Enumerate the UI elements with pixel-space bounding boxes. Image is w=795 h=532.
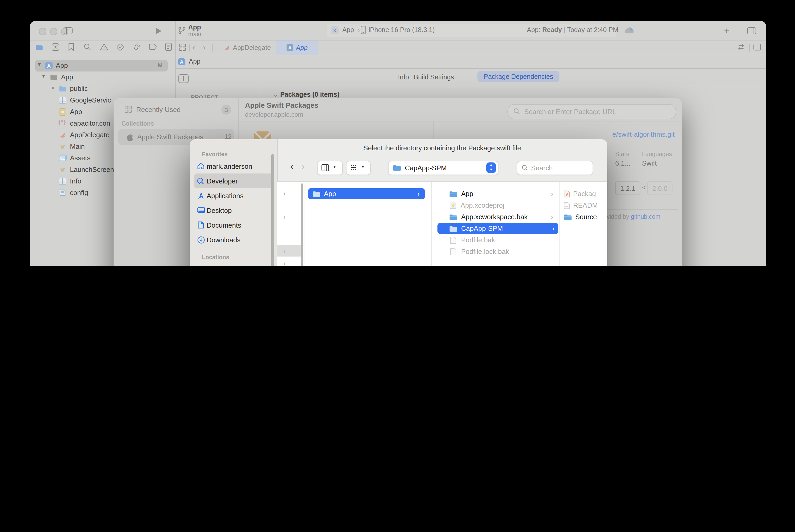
tab-overview-icon[interactable] — [179, 44, 186, 51]
column-browser: › › › › › › › App › App › ⚡ — [277, 182, 607, 266]
group-button[interactable]: ▾ — [346, 161, 371, 175]
destination-device[interactable]: iPhone 16 Pro (18.3.1) — [368, 26, 435, 34]
report-navigator-icon[interactable] — [165, 43, 172, 51]
column3-row-sources[interactable]: Source — [562, 211, 607, 222]
column3-row-readme[interactable]: READM — [562, 200, 607, 211]
tab-appdelegate[interactable]: AppDelegate — [217, 40, 277, 55]
swap-editor-icon[interactable] — [737, 44, 745, 51]
source-control-navigator-icon[interactable] — [52, 43, 59, 51]
group-list-icon — [350, 164, 358, 171]
document-icon — [195, 221, 207, 229]
stepper-icon: ▴▾ — [486, 163, 496, 173]
disclosure-icon[interactable]: ▾ — [38, 61, 41, 68]
desktop: App main x App › iPhone 16 Pro (18.3.1) … — [0, 0, 795, 266]
storyboard-icon — [59, 166, 66, 173]
sidebar-scrollbar[interactable] — [271, 154, 274, 266]
parent-selected-row[interactable] — [277, 245, 303, 256]
version-max-field[interactable]: 2.0.0 — [647, 182, 673, 195]
folder-icon — [449, 213, 457, 221]
tab-package-dependencies[interactable]: Package Dependencies — [477, 71, 560, 82]
scheme-branch[interactable]: main — [188, 31, 201, 37]
forward-button[interactable]: › — [301, 161, 305, 172]
file-icon — [59, 189, 66, 196]
breadcrumb[interactable]: App — [189, 58, 201, 65]
folder-icon — [449, 225, 457, 232]
column2-row-podfile-lock-bak[interactable]: Podfile.lock.bak — [435, 246, 560, 257]
folder-dropdown[interactable]: CapApp-SPM ▴▾ — [388, 161, 498, 175]
view-mode-button[interactable]: ▾ — [317, 161, 343, 175]
cloud-icon — [625, 27, 635, 34]
packages-header[interactable]: ⌄ Packages (0 items) — [273, 90, 339, 98]
search-icon — [522, 165, 528, 171]
sidebar-item-applications[interactable]: Applications — [195, 189, 273, 202]
inspector-toggle-icon[interactable] — [747, 27, 756, 34]
recently-used-row[interactable]: Recently Used 3 — [114, 102, 238, 117]
folder-icon — [564, 213, 572, 221]
back-button[interactable]: ‹ — [290, 161, 294, 172]
column2-row-app[interactable]: App › — [435, 188, 560, 199]
tree-row[interactable]: ▸ public — [30, 83, 175, 95]
column2-row-podfile-bak[interactable]: Podfile.bak — [435, 234, 560, 246]
modified-badge: M — [158, 62, 163, 68]
package-search-field[interactable]: Search or Enter Package URL — [507, 104, 676, 119]
column-scrollbar[interactable] — [301, 184, 303, 266]
library-add-icon[interactable]: + — [724, 26, 729, 36]
tab-app-active[interactable]: A App — [276, 40, 318, 55]
column2-row-xcodeproj[interactable]: ⚡ App.xcodeproj — [435, 200, 560, 211]
plist-icon — [59, 97, 66, 103]
bookmark-navigator-icon[interactable] — [68, 43, 74, 51]
forward-icon[interactable]: › — [203, 43, 206, 52]
json-icon: {“} — [58, 119, 66, 125]
file-icon — [450, 236, 456, 244]
minimize-button[interactable] — [50, 28, 57, 35]
minimap-options-icon[interactable] — [178, 74, 189, 83]
assets-icon — [59, 155, 67, 162]
github-link[interactable]: github.com — [631, 213, 660, 220]
destination-app[interactable]: App › — [342, 26, 360, 34]
add-editor-icon[interactable] — [754, 44, 761, 51]
package-url-link[interactable]: e/swift-algorithms.git — [612, 130, 675, 138]
find-navigator-icon[interactable] — [83, 43, 92, 51]
sidebar-item-documents[interactable]: Documents — [195, 219, 273, 231]
sidebar-item-downloads[interactable]: Downloads — [195, 233, 273, 246]
desktop-icon — [195, 207, 207, 214]
version-min-field[interactable]: 1.2.1 — [615, 182, 640, 195]
close-button[interactable] — [39, 28, 46, 35]
editor-header-row: Info Build Settings Package Dependencies — [175, 69, 766, 86]
issue-navigator-icon[interactable] — [100, 43, 108, 51]
sidebar-item-desktop[interactable]: Desktop — [195, 204, 273, 216]
breadcrumb-app-icon: A — [178, 58, 185, 65]
grid-icon — [125, 106, 132, 113]
column-view-icon — [321, 164, 329, 171]
column1-row-app[interactable]: App › — [308, 188, 425, 199]
sidebar-toggle-icon[interactable] — [64, 27, 73, 34]
locations-label: Locations — [202, 254, 229, 260]
column3-row-package[interactable]: Packag — [562, 188, 607, 199]
run-button[interactable] — [156, 28, 162, 34]
scheme-name[interactable]: App — [188, 24, 201, 31]
chevron-right-icon: › — [283, 260, 285, 266]
file-icon — [564, 202, 570, 209]
breakpoint-navigator-icon[interactable] — [149, 44, 157, 50]
file-icon — [450, 248, 456, 255]
project-icon: A — [45, 62, 53, 70]
dialog-subtitle: developer.apple.com — [245, 111, 303, 118]
tab-info[interactable]: Info — [398, 74, 409, 81]
folder-icon — [449, 190, 457, 197]
debug-navigator-icon[interactable] — [133, 43, 141, 51]
column2-row-capapp-spm[interactable]: CapApp-SPM › — [437, 223, 559, 234]
test-navigator-icon[interactable] — [116, 43, 124, 51]
sidebar-item-home[interactable]: mark.anderson — [195, 160, 273, 172]
languages-value: Swift — [642, 159, 657, 167]
description-fragment: equence and — [638, 263, 678, 266]
sidebar-item-developer-selected[interactable]: Developer — [194, 173, 273, 188]
tree-row[interactable]: ▾ App — [30, 72, 175, 83]
tab-build-settings[interactable]: Build Settings — [414, 74, 454, 81]
device-icon — [361, 26, 366, 34]
picker-search-field[interactable]: Search — [517, 161, 593, 175]
back-icon[interactable]: ‹ — [192, 43, 195, 52]
project-navigator-icon[interactable] — [35, 44, 43, 51]
column2-row-xcworkspace[interactable]: App.xcworkspace.bak › — [435, 211, 560, 222]
sidebar-item-icloud[interactable]: iCloud Drive — [195, 262, 273, 266]
tree-row-project[interactable]: ▾ A App M — [35, 60, 168, 72]
